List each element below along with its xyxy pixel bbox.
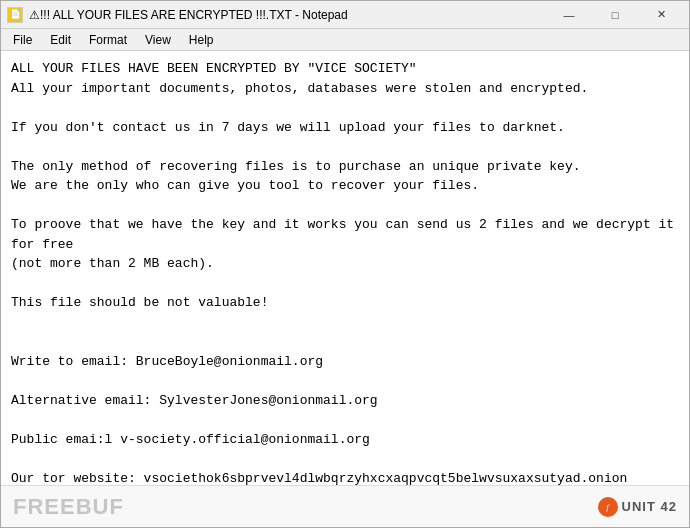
menu-file[interactable]: File [5,31,40,49]
notepad-window: 📄 ⚠!!! ALL YOUR FILES ARE ENCRYPTED !!!.… [0,0,690,528]
unit42-logo: f UNIT 42 [598,497,677,517]
title-bar: 📄 ⚠!!! ALL YOUR FILES ARE ENCRYPTED !!!.… [1,1,689,29]
menu-help[interactable]: Help [181,31,222,49]
app-icon: 📄 [7,7,23,23]
close-button[interactable]: ✕ [639,5,683,25]
menu-view[interactable]: View [137,31,179,49]
unit42-text: UNIT 42 [622,499,677,514]
notepad-text-area[interactable]: ALL YOUR FILES HAVE BEEN ENCRYPTED BY "V… [1,51,689,485]
maximize-button[interactable]: □ [593,5,637,25]
menu-edit[interactable]: Edit [42,31,79,49]
unit42-icon: f [598,497,618,517]
freebuf-text: FREEBUF [13,494,124,519]
bottom-bar: FREEBUF f UNIT 42 [1,485,689,527]
freebuf-logo: FREEBUF [13,494,124,520]
window-title: ⚠!!! ALL YOUR FILES ARE ENCRYPTED !!!.TX… [29,8,547,22]
window-controls: — □ ✕ [547,5,683,25]
menu-format[interactable]: Format [81,31,135,49]
minimize-button[interactable]: — [547,5,591,25]
menu-bar: File Edit Format View Help [1,29,689,51]
